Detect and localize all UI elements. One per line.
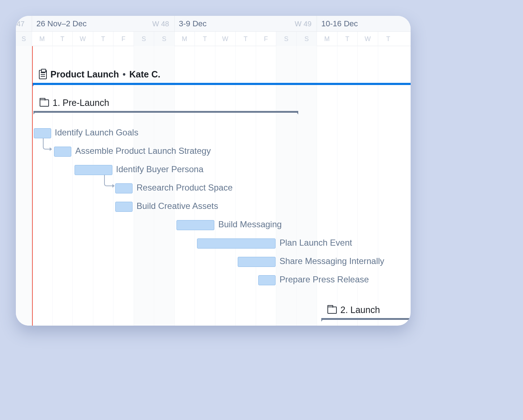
project-header-row[interactable]: Product Launch • Kate C. xyxy=(16,69,411,84)
clipboard-icon xyxy=(39,70,47,79)
day-head-4[interactable]: T xyxy=(93,32,114,46)
gantt-content[interactable]: Product Launch • Kate C. 1. Pre-Launch I… xyxy=(16,46,411,326)
task-bar-2[interactable] xyxy=(75,165,112,175)
group-name-1: 2. Launch xyxy=(340,305,380,315)
task-label-8: Prepare Press Release xyxy=(280,274,369,285)
project-bracket[interactable] xyxy=(33,83,411,86)
task-bar-4[interactable] xyxy=(115,202,133,212)
day-head-8[interactable]: M xyxy=(175,32,195,46)
separator-dot: • xyxy=(122,69,126,80)
task-bar-3[interactable] xyxy=(115,183,133,193)
day-head-14[interactable]: S xyxy=(297,32,317,46)
week-range-0: 26 Nov–2 Dec xyxy=(36,19,86,28)
task-bar-8[interactable] xyxy=(258,275,276,285)
day-head-13[interactable]: S xyxy=(276,32,297,46)
folder-icon xyxy=(327,307,337,314)
week-number-0: W 48 xyxy=(152,20,169,28)
dependency-arrow-0 xyxy=(41,138,55,151)
week-col-2[interactable]: 10-16 Dec xyxy=(317,16,411,32)
gantt-rows: Product Launch • Kate C. 1. Pre-Launch I… xyxy=(16,46,411,326)
task-bar-5[interactable] xyxy=(176,220,214,230)
task-bar-7[interactable] xyxy=(238,257,276,267)
week-col-0[interactable]: 26 Nov–2 Dec W 48 xyxy=(32,16,175,32)
gantt-panel: 47 26 Nov–2 Dec W 48 3-9 Dec W 49 10-16 … xyxy=(16,16,411,326)
task-label-7: Share Messaging Internally xyxy=(280,256,384,266)
task-label-5: Build Messaging xyxy=(218,219,282,229)
day-head-7[interactable]: S xyxy=(154,32,175,46)
day-head-17[interactable]: W xyxy=(358,32,378,46)
day-head-16[interactable]: T xyxy=(338,32,358,46)
timeline-week-header: 47 26 Nov–2 Dec W 48 3-9 Dec W 49 10-16 … xyxy=(16,16,411,32)
day-head-15[interactable]: M xyxy=(317,32,338,46)
task-label-1: Assemble Product Launch Strategy xyxy=(75,146,211,156)
day-head-2[interactable]: T xyxy=(53,32,73,46)
week-number-1: W 49 xyxy=(295,20,312,28)
group-bracket-0[interactable] xyxy=(34,111,298,115)
day-head-11[interactable]: T xyxy=(236,32,256,46)
task-bar-0[interactable] xyxy=(34,128,51,138)
task-label-4: Build Creative Assets xyxy=(137,201,218,211)
week-range-1: 3-9 Dec xyxy=(179,19,207,28)
day-head-9[interactable]: T xyxy=(195,32,215,46)
group-row-0[interactable]: 1. Pre-Launch xyxy=(40,98,109,108)
week-prev[interactable]: 47 xyxy=(16,16,32,32)
group-name-0: 1. Pre-Launch xyxy=(53,98,109,108)
day-head-0[interactable]: S xyxy=(16,32,32,46)
week-col-1[interactable]: 3-9 Dec W 49 xyxy=(175,16,317,32)
folder-icon xyxy=(40,99,49,107)
timeline-day-header: S M T W T F S S M T W T F S S M T W T xyxy=(16,32,411,46)
day-head-6[interactable]: S xyxy=(134,32,155,46)
day-head-1[interactable]: M xyxy=(32,32,53,46)
project-owner: Kate C. xyxy=(129,69,160,80)
day-head-12[interactable]: F xyxy=(256,32,277,46)
week-number-prev: 47 xyxy=(17,20,24,28)
day-head-10[interactable]: W xyxy=(215,32,236,46)
day-head-18[interactable]: T xyxy=(378,32,399,46)
task-label-6: Plan Launch Event xyxy=(280,238,352,248)
task-bar-6[interactable] xyxy=(197,238,276,249)
week-range-2: 10-16 Dec xyxy=(321,19,358,28)
task-label-3: Research Product Space xyxy=(137,183,233,193)
task-label-0: Identify Launch Goals xyxy=(55,128,138,138)
day-head-5[interactable]: F xyxy=(113,32,134,46)
task-label-2: Identify Buyer Persona xyxy=(116,164,204,174)
project-title: Product Launch xyxy=(50,69,119,80)
group-bracket-1[interactable] xyxy=(322,318,411,322)
task-bar-1[interactable] xyxy=(54,147,71,157)
day-head-3[interactable]: W xyxy=(73,32,93,46)
group-row-1[interactable]: 2. Launch xyxy=(327,305,380,315)
